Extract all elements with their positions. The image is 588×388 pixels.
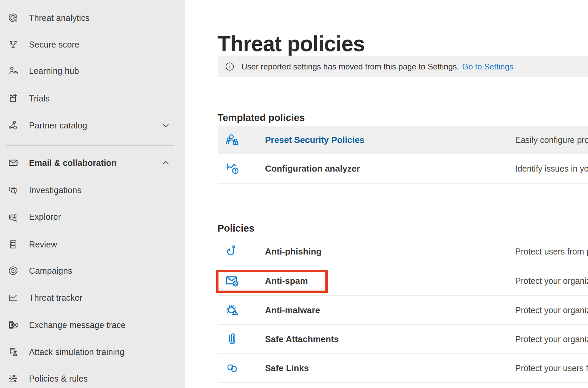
row-description: Easily configure prot: [515, 135, 588, 145]
envelope-block-icon: [225, 273, 240, 289]
row-preset-security-policies[interactable]: Preset Security Policies Easily configur…: [218, 126, 588, 154]
chevron-up-icon[interactable]: [161, 158, 170, 168]
paperclip-icon: [225, 331, 240, 347]
sidebar-item-policies-rules[interactable]: Policies & rules: [0, 365, 185, 388]
sidebar-item-label: Exchange message trace: [29, 320, 126, 330]
page-title: Threat policies: [217, 31, 365, 56]
anti-phishing-link[interactable]: Anti-phishing: [265, 246, 322, 257]
row-description: Protect your users fr: [515, 363, 588, 373]
sidebar-item-label: Review: [29, 240, 57, 249]
sidebar-item-review[interactable]: Review: [0, 231, 185, 258]
row-anti-phishing[interactable]: Anti-phishing Protect users from p: [218, 237, 588, 266]
chevron-down-icon[interactable]: [161, 121, 170, 130]
sidebar-divider: [6, 145, 174, 146]
sidebar-item-label: Investigations: [29, 185, 82, 195]
row-anti-spam[interactable]: Anti-spam Protect your organiz: [218, 266, 588, 296]
documents-magnifier-icon: [7, 184, 19, 196]
threat-analytics-icon: [7, 12, 19, 24]
templated-policies-heading: Templated policies: [217, 112, 305, 123]
list-document-icon: [7, 239, 19, 250]
bug-warning-icon: [225, 302, 240, 318]
safe-attachments-link[interactable]: Safe Attachments: [265, 334, 339, 344]
policies-heading: Policies: [217, 223, 255, 234]
sidebar-item-attack-simulation-training[interactable]: Attack simulation training: [0, 338, 185, 365]
sidebar-item-investigations[interactable]: Investigations: [0, 177, 185, 204]
row-anti-malware[interactable]: Anti-malware Protect your organiz: [218, 296, 588, 325]
sidebar-item-label: Secure score: [29, 40, 80, 50]
exchange-logo-icon: [7, 319, 19, 331]
graduate-person-icon: [7, 65, 19, 77]
info-icon: [225, 62, 235, 71]
anti-malware-link[interactable]: Anti-malware: [265, 305, 320, 316]
safe-links-link[interactable]: Safe Links: [265, 363, 309, 373]
sidebar-item-label: Policies & rules: [29, 374, 88, 384]
sliders-icon: [7, 373, 19, 384]
target-icon: [7, 265, 19, 276]
sidebar-item-label: Partner catalog: [29, 121, 87, 130]
sidebar-item-campaigns[interactable]: Campaigns: [0, 257, 185, 284]
sidebar-item-partner-catalog[interactable]: Partner catalog: [0, 112, 185, 139]
gift-sparkles-icon: [7, 93, 19, 104]
sidebar-item-label: Learning hub: [29, 66, 79, 76]
document-flask-icon: [7, 346, 19, 358]
sidebar-item-label: Explorer: [29, 212, 61, 222]
sidebar-item-label: Trials: [29, 94, 50, 103]
sidebar-item-label: Threat tracker: [29, 293, 82, 303]
sidebar-item-threat-analytics[interactable]: Threat analytics: [0, 4, 185, 31]
anti-spam-link[interactable]: Anti-spam: [265, 276, 308, 286]
sidebar-item-threat-tracker[interactable]: Threat tracker: [0, 284, 185, 311]
chart-doc-magnifier-icon: [7, 211, 19, 222]
row-divider: [218, 382, 588, 383]
row-description: Protect your organiz: [515, 305, 588, 315]
row-description: Protect your organiz: [515, 276, 588, 286]
configuration-analyzer-link[interactable]: Configuration analyzer: [265, 163, 360, 174]
sidebar-item-label: Attack simulation training: [29, 347, 124, 357]
envelope-icon: [7, 157, 19, 169]
sidebar-item-label: Email & collaboration: [29, 158, 117, 168]
sidebar-item-explorer[interactable]: Explorer: [0, 203, 185, 230]
preset-security-policies-link[interactable]: Preset Security Policies: [265, 135, 364, 145]
banner-message: User reported settings has moved from th…: [241, 62, 459, 71]
sidebar-item-secure-score[interactable]: Secure score: [0, 31, 185, 58]
row-divider: [218, 183, 588, 184]
sidebar-item-label: Threat analytics: [29, 13, 90, 23]
chain-links-icon: [225, 360, 240, 376]
sidebar-item-learning-hub[interactable]: Learning hub: [0, 57, 185, 84]
row-description: Protect users from p: [515, 247, 588, 257]
left-navigation: Threat analytics Secure score Learning h…: [0, 0, 185, 388]
row-configuration-analyzer[interactable]: Configuration analyzer Identify issues i…: [218, 154, 588, 183]
fish-hook-icon: [225, 244, 240, 259]
row-description: Protect your organiz: [515, 334, 588, 344]
row-safe-links[interactable]: Safe Links Protect your users fr: [218, 353, 588, 383]
chart-alert-icon: [225, 161, 240, 176]
row-safe-attachments[interactable]: Safe Attachments Protect your organiz: [218, 325, 588, 353]
people-lock-icon: [225, 132, 240, 148]
row-description: Identify issues in you: [515, 164, 588, 174]
go-to-settings-link[interactable]: Go to Settings: [462, 62, 513, 71]
trophy-icon: [7, 39, 19, 50]
sidebar-item-email-collaboration[interactable]: Email & collaboration: [0, 149, 185, 176]
sidebar-item-trials[interactable]: Trials: [0, 85, 185, 112]
molecule-icon: [7, 120, 19, 131]
line-chart-icon: [7, 292, 19, 303]
sidebar-item-exchange-message-trace[interactable]: Exchange message trace: [0, 311, 185, 338]
info-banner: User reported settings has moved from th…: [218, 56, 588, 77]
sidebar-item-label: Campaigns: [29, 266, 72, 276]
